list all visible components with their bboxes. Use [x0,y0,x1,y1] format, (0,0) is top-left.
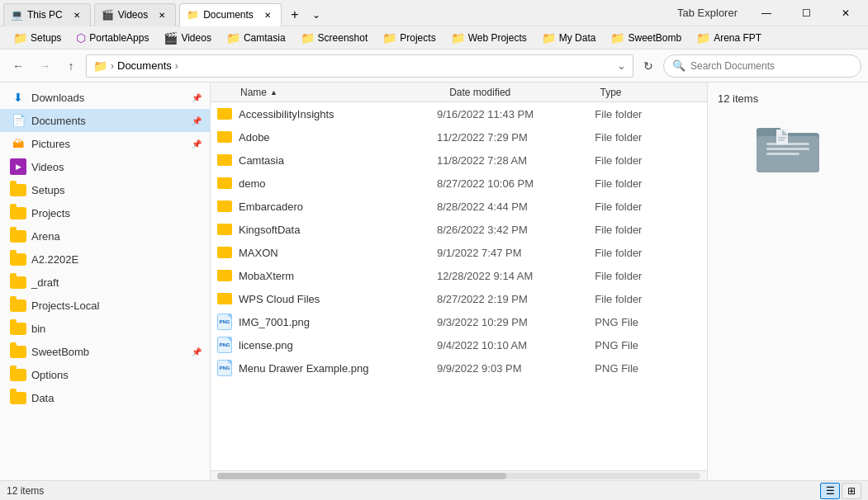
quickbar-item-web-projects[interactable]: 📁Web Projects [444,30,534,46]
folder-preview-icon [755,118,821,176]
file-row[interactable]: AccessibilityInsights 9/16/2022 11:43 PM… [211,102,707,125]
file-row[interactable]: PNG license.png 9/4/2022 10:10 AM PNG Fi… [211,333,707,356]
svg-rect-8 [778,137,786,139]
quickbar-item-camtasia[interactable]: 📁Camtasia [220,30,292,46]
file-area: Name ▲ Date modified Type AccessibilityI… [211,83,707,480]
sidebar-item-setups[interactable]: Setups [0,178,210,201]
sidebar-item-label: Projects-Local [31,300,203,312]
address-separator: › [111,60,114,72]
scrollbar-thumb[interactable] [217,473,506,479]
svg-rect-9 [778,139,785,141]
sidebar: ⬇Downloads📌📄Documents📌🏔Pictures📌▶VideosS… [0,83,211,480]
folder-icon [10,276,26,289]
sidebar-item-arena[interactable]: Arena [0,224,210,248]
title-bar: 💻 This PC ✕ 🎬 Videos ✕ 📁 Documents ✕ + ⌄… [0,0,868,26]
horizontal-scrollbar[interactable] [217,473,700,479]
folder-icon [217,293,232,304]
search-box[interactable]: 🔍 [663,54,861,78]
file-row[interactable]: MAXON 9/1/2022 7:47 PM File folder [211,241,707,264]
sort-arrow-icon: ▲ [270,88,277,97]
header-name[interactable]: Name ▲ [217,87,449,98]
folder-icon: 📁 [610,31,624,45]
file-row[interactable]: Embarcadero 8/28/2022 4:44 PM File folde… [211,195,707,218]
sidebar-item-data[interactable]: Data [0,386,210,409]
sidebar-item-draft[interactable]: _draft [0,271,210,294]
quickbar-item-projects[interactable]: 📁Projects [376,30,442,46]
folder-icon [217,247,232,258]
svg-rect-5 [766,153,799,155]
file-date-cell: 9/9/2022 9:03 PM [437,362,595,375]
folder-icon [217,154,232,166]
file-type-cell: PNG File [595,316,700,328]
grid-view-button[interactable]: ⊞ [842,483,861,499]
file-type-cell: File folder [595,293,700,305]
file-row[interactable]: Adobe 11/2/2022 7:29 PM File folder [211,125,707,149]
quickbar-item-setups[interactable]: 📁Setups [7,30,68,46]
tab-overflow-button[interactable]: ⌄ [306,3,326,26]
sidebar-item-a2[interactable]: A2.2202E [0,248,210,271]
refresh-button[interactable]: ↻ [637,54,660,78]
sidebar-item-downloads[interactable]: ⬇Downloads📌 [0,86,210,109]
sidebar-item-label: Videos [31,161,203,173]
tab-videos[interactable]: 🎬 Videos ✕ [94,3,176,26]
up-button[interactable]: ↑ [59,54,83,78]
file-name-cell: AccessibilityInsights [217,108,437,120]
file-row[interactable]: demo 8/27/2022 10:06 PM File folder [211,172,707,195]
address-icon: 📁 [93,59,107,73]
sidebar-item-sweetbomb[interactable]: SweetBomb📌 [0,340,210,363]
sidebar-item-bin[interactable]: bin [0,317,210,340]
tab-documents[interactable]: 📁 Documents ✕ [179,3,282,26]
back-button[interactable]: ← [7,54,30,78]
header-date[interactable]: Date modified [449,87,600,98]
sidebar-item-projects-local[interactable]: Projects-Local [0,294,210,317]
scrollbar-area[interactable] [211,470,707,480]
sidebar-item-projects[interactable]: Projects [0,201,210,224]
quickbar-item-videos[interactable]: 🎬Videos [157,30,217,46]
quickbar-item-portableapps[interactable]: ⬡PortableApps [69,30,155,46]
address-path: Documents [117,59,172,72]
search-input[interactable] [690,60,852,72]
quickbar-item-my-data[interactable]: 📁My Data [535,30,603,46]
address-chevron-icon[interactable]: ⌄ [617,59,626,72]
file-name-label: Embarcadero [239,200,303,213]
folder-icon [10,253,26,266]
file-date-cell: 11/8/2022 7:28 AM [437,154,595,167]
file-row[interactable]: WPS Cloud Files 8/27/2022 2:19 PM File f… [211,287,707,310]
tab-close-button[interactable]: ✕ [155,8,168,21]
forward-button[interactable]: → [33,54,56,78]
maximize-button[interactable]: ☐ [787,0,825,26]
tab-close-button[interactable]: ✕ [261,8,274,21]
file-row[interactable]: Camtasia 11/8/2022 7:28 AM File folder [211,149,707,172]
tab-this-pc[interactable]: 💻 This PC ✕ [3,3,91,26]
quickbar-item-screenshot[interactable]: 📁Screenshot [294,30,375,46]
png-file-icon: PNG [217,360,232,376]
file-date-cell: 8/27/2022 2:19 PM [437,293,595,305]
sidebar-item-label: Options [31,369,203,381]
folder-icon: 📁 [542,31,556,45]
sidebar-item-options[interactable]: Options [0,363,210,386]
list-view-button[interactable]: ☰ [820,483,840,499]
videos-icon: 🎬 [164,31,178,45]
minimize-button[interactable]: — [747,0,785,26]
downloads-icon: ⬇ [10,89,26,106]
file-row[interactable]: KingsoftData 8/26/2022 3:42 PM File fold… [211,218,707,241]
tab-close-button[interactable]: ✕ [70,8,83,21]
sidebar-item-pictures[interactable]: 🏔Pictures📌 [0,132,210,155]
close-button[interactable]: ✕ [827,0,865,26]
file-row[interactable]: PNG Menu Drawer Example.png 9/9/2022 9:0… [211,356,707,380]
sidebar-item-documents[interactable]: 📄Documents📌 [0,109,210,132]
add-tab-button[interactable]: + [283,3,306,26]
pin-icon: 📌 [190,345,203,358]
address-bar[interactable]: 📁 › Documents › ⌄ [86,54,633,78]
file-name-label: MobaXterm [239,270,294,282]
quickbar-item-arena-fpt[interactable]: 📁Arena FPT [690,30,768,46]
tab-label: Videos [118,9,148,21]
header-type[interactable]: Type [600,87,700,98]
file-row[interactable]: MobaXterm 12/28/2022 9:14 AM File folder [211,264,707,287]
file-row[interactable]: PNG IMG_7001.png 9/3/2022 10:29 PM PNG F… [211,310,707,333]
file-date-cell: 8/28/2022 4:44 PM [437,200,595,213]
folder-icon: 📁 [13,31,27,45]
quickbar-item-sweetbomb[interactable]: 📁SweetBomb [604,30,688,46]
sidebar-item-videos[interactable]: ▶Videos [0,155,210,178]
folder-icon: 📁 [451,31,465,45]
